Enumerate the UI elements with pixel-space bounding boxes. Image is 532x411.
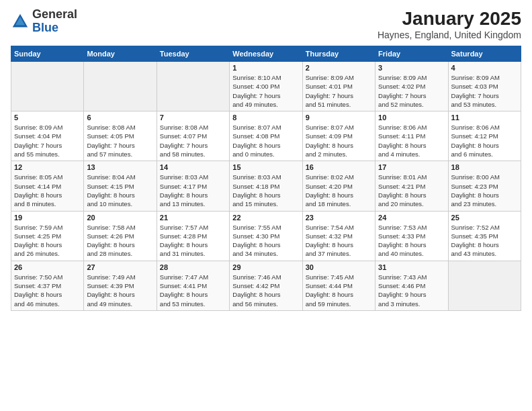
day-number: 26 [14, 263, 81, 271]
logo-text: General Blue [32, 8, 77, 35]
calendar-cell: 18Sunrise: 8:00 AM Sunset: 4:23 PM Dayli… [448, 161, 521, 211]
header: General Blue January 2025 Haynes, Englan… [11, 8, 521, 40]
day-number: 30 [306, 263, 372, 271]
calendar-cell: 28Sunrise: 7:47 AM Sunset: 4:41 PM Dayli… [157, 261, 229, 310]
calendar-cell: 24Sunrise: 7:53 AM Sunset: 4:33 PM Dayli… [375, 211, 448, 261]
calendar-header: SundayMondayTuesdayWednesdayThursdayFrid… [11, 46, 521, 62]
calendar-cell: 13Sunrise: 8:04 AM Sunset: 4:15 PM Dayli… [84, 161, 157, 211]
day-detail: Sunrise: 8:09 AM Sunset: 4:03 PM Dayligh… [451, 73, 518, 109]
day-number: 5 [14, 113, 81, 122]
calendar-cell: 19Sunrise: 7:59 AM Sunset: 4:25 PM Dayli… [11, 211, 84, 261]
logo-general: General [32, 7, 77, 21]
calendar-cell: 8Sunrise: 8:07 AM Sunset: 4:08 PM Daylig… [230, 111, 302, 161]
day-detail: Sunrise: 7:50 AM Sunset: 4:37 PM Dayligh… [14, 273, 81, 308]
logo-blue: Blue [32, 21, 58, 34]
calendar-cell: 26Sunrise: 7:50 AM Sunset: 4:37 PM Dayli… [11, 261, 84, 310]
day-number: 12 [14, 163, 81, 171]
day-number: 2 [306, 64, 372, 72]
day-number: 20 [87, 214, 153, 222]
day-detail: Sunrise: 8:03 AM Sunset: 4:17 PM Dayligh… [160, 173, 226, 208]
day-number: 27 [87, 263, 153, 271]
week-row-4: 19Sunrise: 7:59 AM Sunset: 4:25 PM Dayli… [11, 211, 521, 261]
calendar-cell: 11Sunrise: 8:06 AM Sunset: 4:12 PM Dayli… [448, 111, 521, 161]
calendar-cell [448, 261, 521, 310]
calendar-cell: 20Sunrise: 7:58 AM Sunset: 4:26 PM Dayli… [84, 211, 157, 261]
day-detail: Sunrise: 8:06 AM Sunset: 4:12 PM Dayligh… [451, 123, 518, 158]
week-row-5: 26Sunrise: 7:50 AM Sunset: 4:37 PM Dayli… [11, 261, 521, 310]
calendar-cell: 31Sunrise: 7:43 AM Sunset: 4:46 PM Dayli… [375, 261, 448, 310]
calendar-cell: 7Sunrise: 8:08 AM Sunset: 4:07 PM Daylig… [157, 111, 229, 161]
day-detail: Sunrise: 8:10 AM Sunset: 4:00 PM Dayligh… [232, 73, 299, 109]
day-number: 9 [306, 113, 372, 122]
calendar-body: 1Sunrise: 8:10 AM Sunset: 4:00 PM Daylig… [11, 62, 521, 311]
week-row-3: 12Sunrise: 8:05 AM Sunset: 4:14 PM Dayli… [11, 161, 521, 211]
logo-icon [11, 12, 30, 31]
calendar-cell: 30Sunrise: 7:45 AM Sunset: 4:44 PM Dayli… [302, 261, 375, 310]
day-number: 6 [87, 113, 153, 122]
day-number: 23 [306, 214, 372, 222]
weekday-header-sunday: Sunday [11, 46, 84, 62]
day-detail: Sunrise: 8:04 AM Sunset: 4:15 PM Dayligh… [87, 173, 153, 208]
day-number: 7 [160, 113, 226, 122]
day-number: 25 [451, 214, 518, 222]
day-detail: Sunrise: 8:09 AM Sunset: 4:01 PM Dayligh… [306, 73, 372, 109]
calendar-cell: 27Sunrise: 7:49 AM Sunset: 4:39 PM Dayli… [84, 261, 157, 310]
day-detail: Sunrise: 8:08 AM Sunset: 4:05 PM Dayligh… [87, 123, 153, 158]
calendar-cell: 5Sunrise: 8:09 AM Sunset: 4:04 PM Daylig… [11, 111, 84, 161]
day-detail: Sunrise: 8:00 AM Sunset: 4:23 PM Dayligh… [451, 173, 518, 208]
day-detail: Sunrise: 7:47 AM Sunset: 4:41 PM Dayligh… [160, 273, 226, 308]
calendar-subtitle: Haynes, England, United Kingdom [378, 30, 521, 40]
day-number: 17 [378, 163, 445, 171]
calendar-cell: 9Sunrise: 8:07 AM Sunset: 4:09 PM Daylig… [302, 111, 375, 161]
day-detail: Sunrise: 7:58 AM Sunset: 4:26 PM Dayligh… [87, 223, 153, 259]
day-number: 21 [160, 214, 226, 222]
calendar-cell: 16Sunrise: 8:02 AM Sunset: 4:20 PM Dayli… [302, 161, 375, 211]
day-detail: Sunrise: 7:46 AM Sunset: 4:42 PM Dayligh… [232, 273, 299, 308]
calendar-cell: 21Sunrise: 7:57 AM Sunset: 4:28 PM Dayli… [157, 211, 229, 261]
title-block: January 2025 Haynes, England, United Kin… [378, 8, 521, 40]
day-detail: Sunrise: 8:07 AM Sunset: 4:09 PM Dayligh… [306, 123, 372, 158]
day-number: 31 [378, 263, 445, 271]
day-detail: Sunrise: 8:06 AM Sunset: 4:11 PM Dayligh… [378, 123, 445, 158]
calendar-cell: 23Sunrise: 7:54 AM Sunset: 4:32 PM Dayli… [302, 211, 375, 261]
calendar-cell: 1Sunrise: 8:10 AM Sunset: 4:00 PM Daylig… [230, 62, 302, 111]
day-number: 22 [232, 214, 299, 222]
calendar-title: January 2025 [378, 8, 521, 30]
calendar-table: SundayMondayTuesdayWednesdayThursdayFrid… [11, 46, 521, 311]
calendar-cell: 29Sunrise: 7:46 AM Sunset: 4:42 PM Dayli… [230, 261, 302, 310]
day-detail: Sunrise: 7:57 AM Sunset: 4:28 PM Dayligh… [160, 223, 226, 259]
day-detail: Sunrise: 8:09 AM Sunset: 4:02 PM Dayligh… [378, 73, 445, 109]
calendar-cell [157, 62, 229, 111]
day-detail: Sunrise: 7:55 AM Sunset: 4:30 PM Dayligh… [232, 223, 299, 259]
calendar-cell: 2Sunrise: 8:09 AM Sunset: 4:01 PM Daylig… [302, 62, 375, 111]
day-number: 13 [87, 163, 153, 171]
day-detail: Sunrise: 8:05 AM Sunset: 4:14 PM Dayligh… [14, 173, 81, 208]
logo: General Blue [11, 8, 77, 35]
day-detail: Sunrise: 8:07 AM Sunset: 4:08 PM Dayligh… [232, 123, 299, 158]
day-detail: Sunrise: 8:01 AM Sunset: 4:21 PM Dayligh… [378, 173, 445, 208]
calendar-cell: 3Sunrise: 8:09 AM Sunset: 4:02 PM Daylig… [375, 62, 448, 111]
day-number: 29 [232, 263, 299, 271]
weekday-header-thursday: Thursday [302, 46, 375, 62]
calendar-cell: 14Sunrise: 8:03 AM Sunset: 4:17 PM Dayli… [157, 161, 229, 211]
calendar-cell: 25Sunrise: 7:52 AM Sunset: 4:35 PM Dayli… [448, 211, 521, 261]
week-row-1: 1Sunrise: 8:10 AM Sunset: 4:00 PM Daylig… [11, 62, 521, 111]
day-detail: Sunrise: 7:59 AM Sunset: 4:25 PM Dayligh… [14, 223, 81, 259]
weekday-header-wednesday: Wednesday [230, 46, 302, 62]
week-row-2: 5Sunrise: 8:09 AM Sunset: 4:04 PM Daylig… [11, 111, 521, 161]
weekday-header-friday: Friday [375, 46, 448, 62]
day-detail: Sunrise: 7:52 AM Sunset: 4:35 PM Dayligh… [451, 223, 518, 259]
day-number: 10 [378, 113, 445, 122]
weekday-header-tuesday: Tuesday [157, 46, 229, 62]
calendar-cell: 22Sunrise: 7:55 AM Sunset: 4:30 PM Dayli… [230, 211, 302, 261]
page: General Blue January 2025 Haynes, Englan… [0, 0, 532, 411]
day-number: 24 [378, 214, 445, 222]
day-number: 8 [232, 113, 299, 122]
calendar-cell: 17Sunrise: 8:01 AM Sunset: 4:21 PM Dayli… [375, 161, 448, 211]
day-number: 28 [160, 263, 226, 271]
calendar-cell [11, 62, 84, 111]
day-detail: Sunrise: 7:45 AM Sunset: 4:44 PM Dayligh… [306, 273, 372, 308]
day-number: 4 [451, 64, 518, 72]
day-number: 14 [160, 163, 226, 171]
day-number: 19 [14, 214, 81, 222]
